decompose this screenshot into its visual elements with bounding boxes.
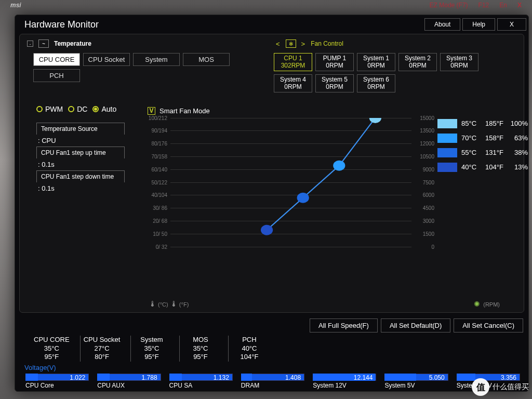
- radio-label-auto: Auto: [101, 105, 116, 113]
- arrow-right-icon[interactable]: >: [301, 40, 306, 48]
- window-title: Hardware Monitor: [24, 19, 99, 30]
- group-cpu-fan1-step-down-time[interactable]: CPU Fan1 step down time: [36, 170, 125, 182]
- temp-button-pch[interactable]: PCH: [33, 69, 80, 82]
- voltage-section-label: Voltage(V): [15, 364, 528, 374]
- temp-readout-cpu-socket: CPU Socket27°C80°F: [80, 336, 124, 362]
- legend-row[interactable]: 85°C185°F100%: [437, 119, 515, 128]
- collapse-icon[interactable]: -: [27, 41, 33, 47]
- group-value: : CPU: [36, 135, 137, 147]
- voltage-cpu-aux: 1.788CPU AUX: [97, 374, 161, 389]
- fan-button-system-3[interactable]: System 30RPM: [440, 53, 478, 71]
- fan-button-cpu-1[interactable]: CPU 1302RPM: [274, 53, 312, 71]
- legend-row[interactable]: 70°C158°F63%: [437, 134, 515, 143]
- temp-button-mos[interactable]: MOS: [183, 53, 230, 66]
- radio-label-dc: DC: [77, 105, 87, 113]
- watermark: 值 什么值得买: [472, 378, 529, 396]
- fan-curve-point-0[interactable]: [261, 224, 273, 235]
- fan-button-system-1[interactable]: System 10RPM: [357, 53, 395, 71]
- fan-button-pump-1[interactable]: PUMP 10RPM: [315, 53, 354, 71]
- group-temperature-source[interactable]: Temperature Source: [36, 123, 125, 135]
- tab-fan-control[interactable]: Fan Control: [311, 40, 343, 47]
- legend-swatch: [437, 163, 457, 172]
- smart-fan-label: Smart Fan Mode: [159, 107, 210, 115]
- temperature-icon: ~: [38, 39, 49, 48]
- lang-label[interactable]: En: [499, 2, 507, 9]
- fan-curve-point-1[interactable]: [297, 192, 309, 203]
- fan-mode-radios: PWMDCAuto: [36, 105, 137, 113]
- legend-swatch: [437, 134, 457, 143]
- msi-logo: msi: [10, 2, 21, 9]
- group-value: : 0.1s: [36, 158, 137, 170]
- legend-row[interactable]: 55°C131°F38%: [437, 148, 515, 157]
- voltage-dram: 1.408DRAM: [241, 374, 304, 389]
- temp-button-cpu-core[interactable]: CPU CORE: [33, 53, 80, 66]
- temp-readout-system: System35°C95°F: [130, 336, 172, 362]
- hardware-monitor-window: Hardware Monitor About Help X - ~ Temper…: [15, 15, 529, 392]
- fan-button-system-5[interactable]: System 50RPM: [315, 74, 354, 92]
- legend-swatch: [437, 148, 457, 157]
- smart-fan-checkbox[interactable]: V: [148, 107, 155, 115]
- action-all-full-speed-f-[interactable]: All Full Speed(F): [310, 318, 378, 332]
- fan-button-system-4[interactable]: System 40RPM: [274, 74, 312, 92]
- radio-label-pwm: PWM: [45, 105, 63, 113]
- radio-pwm[interactable]: [36, 106, 43, 112]
- help-button[interactable]: Help: [462, 18, 495, 31]
- temp-readout-cpu-core: CPU CORE35°C95°F: [31, 336, 73, 362]
- temp-readout-pch: PCH40°C104°F: [228, 336, 270, 362]
- radio-dc[interactable]: [68, 106, 74, 112]
- temp-button-system[interactable]: System: [133, 53, 180, 66]
- close-button[interactable]: X: [497, 18, 526, 31]
- voltage-system-12v: 12.144System 12V: [313, 374, 376, 389]
- x-axis-units: 🌡 (°C) 🌡 (°F): [149, 299, 189, 308]
- action-all-set-default-d-[interactable]: All Set Default(D): [381, 318, 450, 332]
- fan-curve-point-3[interactable]: [369, 118, 381, 123]
- voltage-cpu-sa: 1.132CPU SA: [169, 374, 233, 389]
- fan-button-system-2[interactable]: System 20RPM: [398, 53, 437, 71]
- legend-swatch: [437, 119, 457, 128]
- voltage-system-5v: 5.050System 5V: [384, 374, 448, 389]
- arrow-left-icon[interactable]: <: [276, 40, 281, 48]
- temp-button-cpu-socket[interactable]: CPU Socket: [83, 53, 130, 66]
- voltage-cpu-core: 1.022CPU Core: [25, 374, 89, 389]
- radio-auto[interactable]: [92, 106, 99, 112]
- ez-mode-label[interactable]: EZ Mode (F7): [430, 2, 468, 9]
- temp-readout-mos: MOS35°C95°F: [179, 336, 221, 362]
- group-value: : 0.1s: [36, 182, 137, 194]
- backdrop-close[interactable]: X: [517, 2, 522, 9]
- tab-temperature[interactable]: Temperature: [54, 40, 91, 47]
- fan-button-system-6[interactable]: System 60RPM: [357, 74, 395, 92]
- fan-curve-point-2[interactable]: [333, 160, 345, 170]
- action-all-set-cancel-c-[interactable]: All Set Cancel(C): [454, 318, 523, 332]
- fan-curve-chart[interactable]: 100/2121500090/1941350080/1761200070/158…: [143, 118, 434, 247]
- fan-icon: ✻: [286, 39, 296, 48]
- group-cpu-fan1-step-up-time[interactable]: CPU Fan1 step up time: [36, 147, 125, 158]
- f12-label[interactable]: F12: [478, 2, 489, 9]
- about-button[interactable]: About: [424, 18, 460, 31]
- legend-row[interactable]: 40°C104°F13%: [437, 163, 515, 172]
- y-axis-unit-rpm: ✺ (RPM): [474, 300, 500, 308]
